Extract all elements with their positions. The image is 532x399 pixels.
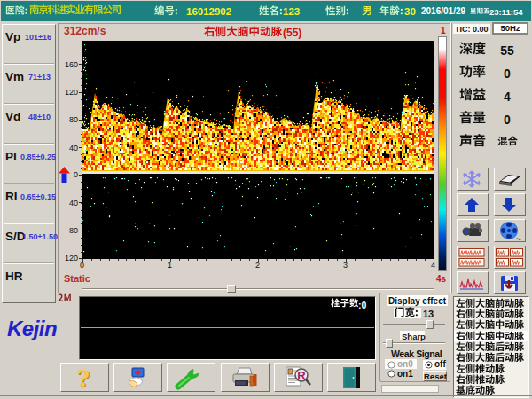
svg-text:R: R [297, 369, 306, 382]
svg-text:?: ? [77, 363, 90, 392]
